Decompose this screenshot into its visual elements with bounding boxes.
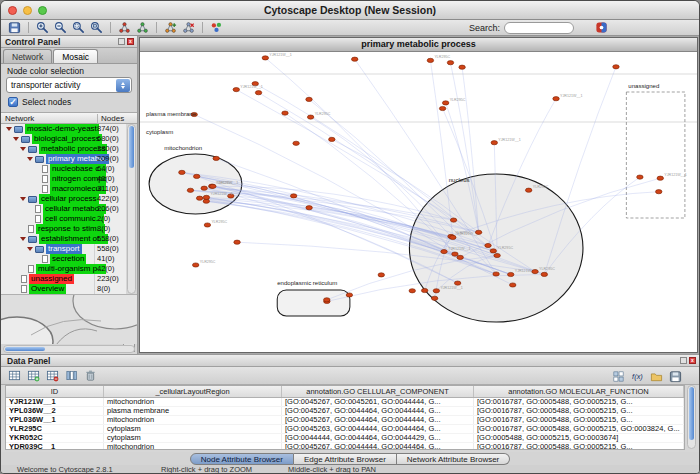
graph-node[interactable]: [553, 97, 559, 101]
graph-node[interactable]: [210, 184, 216, 188]
graph-node[interactable]: [346, 293, 352, 297]
close-panel-icon[interactable]: x: [689, 357, 696, 364]
graph-node[interactable]: [442, 101, 448, 105]
tree-row[interactable]: cellular metabo...206(0): [1, 204, 126, 214]
column-header[interactable]: annotation.GO CELLULAR_COMPONENT: [282, 386, 474, 397]
tab-node-attribute-browser[interactable]: Node Attribute Browser: [190, 453, 294, 465]
search-input[interactable]: [504, 22, 574, 34]
graph-node[interactable]: [431, 296, 437, 300]
network-canvas[interactable]: YJR121W__1YLR295CYJR121W__1YLR295CYJR121…: [140, 52, 697, 352]
graph-node[interactable]: [179, 170, 185, 174]
zoom-out-button[interactable]: [53, 20, 68, 35]
graph-node[interactable]: [282, 111, 288, 115]
hide-selected-button[interactable]: [117, 20, 132, 35]
graph-node[interactable]: [493, 272, 499, 276]
tab-network[interactable]: Network: [3, 49, 52, 63]
export-attributes-button[interactable]: [668, 369, 683, 384]
tree-row[interactable]: nucleobase c...64(0): [1, 164, 126, 174]
table-row[interactable]: YPL036W__1mitochondrion[GO:0045267, GO:0…: [6, 416, 684, 425]
clear-attributes-button[interactable]: [83, 368, 98, 383]
tree-row[interactable]: multi-organism p...42(0): [1, 264, 126, 274]
vizmapper-button[interactable]: [209, 20, 224, 35]
graph-node[interactable]: [485, 243, 491, 247]
table-row[interactable]: YJR121W__1mitochondrion[GO:0045267, GO:0…: [6, 398, 684, 407]
tree-row[interactable]: response to stim...8(0): [1, 224, 126, 234]
minimize-button[interactable]: [23, 6, 32, 15]
graph-node[interactable]: [213, 156, 219, 160]
tree-row[interactable]: mosaic-demo-yeast874(0): [1, 124, 126, 134]
graph-node[interactable]: [293, 141, 299, 145]
graph-node[interactable]: [510, 283, 516, 287]
node-color-dropdown[interactable]: transporter activity: [6, 77, 132, 93]
titlebar[interactable]: Cytoscape Desktop (New Session): [1, 1, 699, 20]
graph-node[interactable]: [378, 273, 384, 277]
tree-row[interactable]: nitrogen compo...40(0): [1, 174, 126, 184]
zoom-selected-region-button[interactable]: [71, 20, 86, 35]
graph-node[interactable]: [525, 188, 531, 192]
graph-node[interactable]: [490, 249, 496, 253]
graph-node[interactable]: [491, 141, 497, 145]
graph-node[interactable]: [450, 218, 456, 222]
graph-node[interactable]: [454, 281, 460, 285]
tab-mosaic[interactable]: Mosaic: [53, 49, 98, 63]
graph-node[interactable]: [187, 188, 193, 192]
graph-node[interactable]: [532, 270, 538, 274]
graph-node[interactable]: [459, 65, 465, 69]
select-nodes-checkbox[interactable]: ✓: [8, 97, 18, 107]
graph-node[interactable]: [329, 137, 335, 141]
graph-node[interactable]: [409, 289, 415, 293]
graph-node[interactable]: [351, 57, 357, 61]
graph-node[interactable]: [657, 176, 663, 180]
graph-node[interactable]: [637, 175, 643, 179]
graph-node[interactable]: [192, 263, 198, 267]
table-scrollbar[interactable]: [687, 385, 696, 449]
graph-node[interactable]: [421, 288, 427, 292]
close-button[interactable]: [8, 6, 17, 15]
tree-horizontal-scrollbar[interactable]: [3, 345, 135, 353]
new-network-button[interactable]: [163, 20, 178, 35]
tree-row[interactable]: establishment of...558(0): [1, 234, 126, 244]
tree-row[interactable]: macromolecul...311(0): [1, 184, 126, 194]
table-row[interactable]: YLR295Ccytoplasm[GO:0045263, GO:0044444,…: [6, 425, 684, 434]
tree-row[interactable]: metabolic process280(0): [1, 144, 126, 154]
tree-scrollbar[interactable]: [127, 124, 136, 294]
create-attribute-button[interactable]: [26, 368, 41, 383]
graph-node[interactable]: [450, 235, 456, 239]
expand-arrow-icon[interactable]: [20, 197, 26, 201]
graph-node[interactable]: [233, 88, 239, 92]
tree-row[interactable]: Overview8(0): [1, 284, 126, 294]
table-row[interactable]: YDR039C__1mitochondrion[GO:0045267, GO:0…: [6, 443, 684, 450]
column-header[interactable]: _cellularLayoutRegion: [104, 386, 282, 397]
network-graph[interactable]: YJR121W__1YLR295CYJR121W__1YLR295CYJR121…: [140, 52, 697, 352]
tree-row[interactable]: secretion41(0): [1, 254, 126, 264]
graph-node[interactable]: [439, 106, 445, 110]
graph-node[interactable]: [452, 252, 458, 256]
expand-arrow-icon[interactable]: [13, 137, 19, 141]
network-frame-titlebar[interactable]: primary metabolic process: [140, 38, 697, 52]
graph-node[interactable]: [427, 58, 433, 62]
tree-header-nodes[interactable]: Nodes: [97, 114, 124, 124]
graph-node[interactable]: [447, 61, 453, 65]
close-panel-icon[interactable]: x: [127, 38, 134, 45]
graph-node[interactable]: [290, 194, 296, 198]
plugin-icon[interactable]: [594, 20, 609, 35]
expand-arrow-icon[interactable]: [20, 147, 26, 151]
graph-node[interactable]: [234, 240, 240, 244]
zoom-fit-button[interactable]: [89, 20, 104, 35]
tab-network-attribute-browser[interactable]: Network Attribute Browser: [397, 453, 510, 465]
tree-row[interactable]: cell communic...2(0): [1, 214, 126, 224]
graph-node[interactable]: [656, 190, 662, 194]
graph-node[interactable]: [457, 255, 463, 259]
table-row[interactable]: YPL036W__2plasma membrane[GO:0045267, GO…: [6, 407, 684, 416]
graph-node[interactable]: [613, 65, 619, 69]
expand-arrow-icon[interactable]: [27, 247, 33, 251]
scrollbar-thumb[interactable]: [5, 347, 45, 351]
tree-row[interactable]: primary metabo...209(0): [1, 154, 126, 164]
graph-node[interactable]: [541, 272, 547, 276]
graph-node[interactable]: [255, 91, 261, 95]
column-header[interactable]: annotation.GO MOLECULAR_FUNCTION: [474, 386, 684, 397]
float-panel-icon[interactable]: [118, 38, 125, 45]
select-columns-button[interactable]: [64, 368, 79, 383]
graph-node[interactable]: [306, 97, 312, 101]
maximize-button[interactable]: [38, 6, 47, 15]
